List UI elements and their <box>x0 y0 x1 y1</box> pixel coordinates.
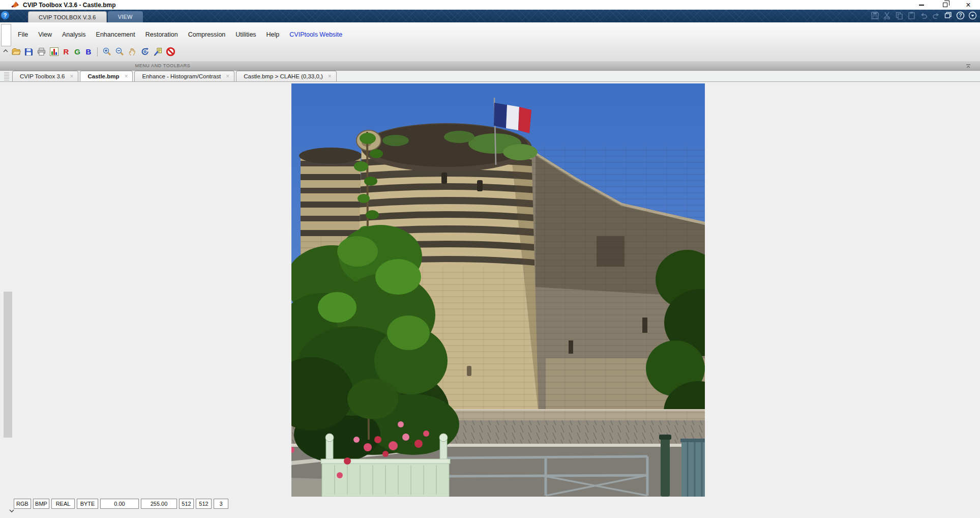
ribbon-body: File View Analysis Enhancement Restorati… <box>0 22 980 62</box>
status-height: 512 <box>196 499 212 509</box>
rotate-icon[interactable] <box>140 47 150 56</box>
minimize-button[interactable] <box>910 0 933 10</box>
qat-dropdown-icon[interactable] <box>968 11 977 20</box>
toolbar-separator <box>97 47 98 56</box>
green-post <box>659 435 671 497</box>
menu-utilities[interactable]: Utilities <box>230 30 261 40</box>
tab-label: CVIP Toolbox 3.6 <box>20 73 65 79</box>
close-button[interactable]: × <box>957 0 980 10</box>
status-data-format: REAL <box>51 499 75 509</box>
title-bar: CVIP Toolbox V.3.6 - Castle.bmp × <box>0 0 980 10</box>
status-width: 512 <box>179 499 194 509</box>
window-controls: × <box>910 0 980 10</box>
open-folder-icon[interactable] <box>11 47 21 56</box>
minimize-icon <box>919 5 924 6</box>
image-status-bar: RGB BMP REAL BYTE 0.00 255.00 512 512 3 <box>14 499 228 509</box>
tab-castle-clahe[interactable]: Castle.bmp > CLAHE (0,33,0,) × <box>236 71 337 81</box>
collapse-down-icon[interactable] <box>9 509 15 513</box>
tab-grip-handle[interactable] <box>4 72 9 80</box>
status-max-value: 255.00 <box>141 499 177 509</box>
status-bands: 3 <box>214 499 228 509</box>
quick-access-toolbar: ? <box>871 11 977 20</box>
save-icon[interactable] <box>871 11 879 20</box>
help-bubble-icon[interactable]: ? <box>1 11 9 19</box>
menu-compression[interactable]: Compression <box>183 30 231 40</box>
close-icon: × <box>966 1 970 10</box>
paste-icon[interactable] <box>907 11 916 20</box>
histogram-icon[interactable] <box>49 47 59 56</box>
collapse-up-icon[interactable] <box>3 49 9 53</box>
redo-icon[interactable] <box>932 11 940 20</box>
tab-label: Castle.bmp > CLAHE (0,33,0,) <box>244 73 323 79</box>
close-tab-icon[interactable]: × <box>124 73 128 80</box>
cut-icon[interactable] <box>883 11 892 20</box>
help-icon[interactable]: ? <box>956 11 965 20</box>
tab-enhance-histogram-contrast[interactable]: Enhance - Histogram/Contrast × <box>134 71 234 81</box>
no-entry-icon[interactable] <box>166 47 175 56</box>
svg-text:?: ? <box>959 13 962 18</box>
left-scrollbar-thumb[interactable] <box>4 292 12 438</box>
save-icon[interactable] <box>24 47 34 56</box>
castle-photo <box>291 83 705 497</box>
image-canvas <box>0 82 980 518</box>
ribbon-tab-view[interactable]: VIEW <box>108 11 143 22</box>
blue-band-button[interactable]: B <box>84 47 93 56</box>
ribbon-tab-cvip-toolbox[interactable]: CVIP TOOLBOX V.3.6 <box>28 11 107 22</box>
windows-layout-icon[interactable] <box>944 11 953 20</box>
menu-view[interactable]: View <box>33 30 57 40</box>
close-tab-icon[interactable]: × <box>70 73 73 80</box>
ribbon-tab-strip: ? CVIP TOOLBOX V.3.6 VIEW ? <box>0 10 980 22</box>
zoom-in-icon[interactable] <box>102 47 112 56</box>
tab-cvip-toolbox[interactable]: CVIP Toolbox 3.6 × <box>12 71 78 81</box>
status-file-format: BMP <box>33 499 49 509</box>
status-color-format: RGB <box>14 499 31 509</box>
zoom-out-icon[interactable] <box>115 47 125 56</box>
menu-file[interactable]: File <box>13 30 33 40</box>
tab-label: Castle.bmp <box>87 73 119 79</box>
restore-icon <box>943 3 947 7</box>
red-band-button[interactable]: R <box>62 47 70 56</box>
menu-restoration[interactable]: Restoration <box>140 30 183 40</box>
status-data-type: BYTE <box>77 499 98 509</box>
pan-hand-icon[interactable] <box>128 47 137 56</box>
tab-label: Enhance - Histogram/Contrast <box>142 73 221 79</box>
toolbar: R G B <box>11 47 175 56</box>
cviptools-website-link[interactable]: CVIPtools Website <box>284 30 347 40</box>
menu-enhancement[interactable]: Enhancement <box>91 30 140 40</box>
close-tab-icon[interactable]: × <box>226 73 229 80</box>
print-icon[interactable] <box>37 47 46 56</box>
document-tab-bar: CVIP Toolbox 3.6 × Castle.bmp × Enhance … <box>0 71 980 82</box>
window-title: CVIP Toolbox V.3.6 - Castle.bmp <box>23 2 116 9</box>
matlab-app-icon <box>11 2 19 8</box>
ribbon-section-label: MENU AND TOOLBARS <box>0 63 325 68</box>
menu-help[interactable]: Help <box>261 30 285 40</box>
ribbon-collapse-icon[interactable] <box>965 64 972 69</box>
side-mini-panel <box>1 24 11 46</box>
cvip-toolbox-window: CVIP Toolbox V.3.6 - Castle.bmp × ? CVIP… <box>0 0 980 518</box>
tab-castle-bmp[interactable]: Castle.bmp × <box>80 71 133 81</box>
close-tab-icon[interactable]: × <box>328 73 332 80</box>
restore-button[interactable] <box>933 0 957 10</box>
undo-icon[interactable] <box>919 11 928 20</box>
menu-analysis[interactable]: Analysis <box>57 30 91 40</box>
ribbon-section-strip: MENU AND TOOLBARS <box>0 62 980 71</box>
menu-bar: File View Analysis Enhancement Restorati… <box>13 30 347 40</box>
copy-icon[interactable] <box>895 11 904 20</box>
status-min-value: 0.00 <box>100 499 139 509</box>
annotate-icon[interactable] <box>153 47 163 56</box>
teal-fence <box>680 439 705 497</box>
green-band-button[interactable]: G <box>73 47 81 56</box>
